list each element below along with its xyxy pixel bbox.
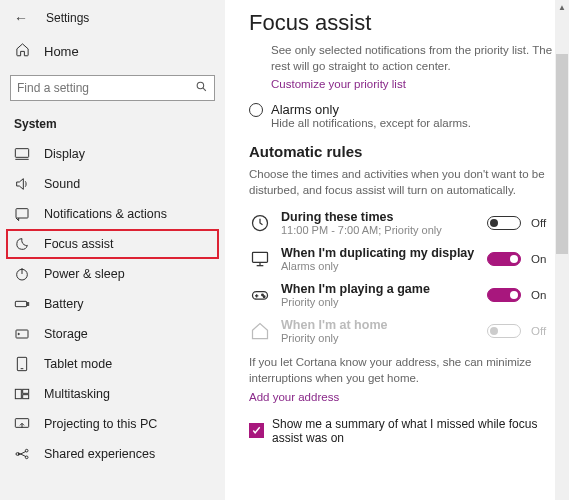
rule-sub: Alarms only [281,260,477,272]
svg-point-20 [25,456,28,459]
svg-point-0 [197,82,204,89]
svg-point-10 [18,333,19,334]
rule-sub: Priority only [281,296,477,308]
checkbox-icon [249,423,264,438]
monitor-icon [249,248,271,270]
sidebar-item-notifications[interactable]: Notifications & actions [0,199,225,229]
search-input[interactable] [17,81,195,95]
nav-label: Power & sleep [44,267,125,281]
sidebar-item-storage[interactable]: Storage [0,319,225,349]
nav-label: Sound [44,177,80,191]
add-address-link[interactable]: Add your address [249,391,339,403]
summary-checkbox-row[interactable]: Show me a summary of what I missed while… [249,417,553,445]
alarms-only-title: Alarms only [271,102,471,117]
rule-title: During these times [281,210,477,224]
nav-label: Display [44,147,85,161]
toggle-state: Off [531,217,553,229]
toggle-home [487,324,521,338]
toggle-times[interactable] [487,216,521,230]
rule-title: When I'm duplicating my display [281,246,477,260]
nav-label: Storage [44,327,88,341]
priority-desc: See only selected notifications from the… [271,42,553,74]
nav-label: Notifications & actions [44,207,167,221]
home-icon [14,42,30,61]
content-area: Focus assist See only selected notificat… [225,0,569,500]
home-rule-icon [249,320,271,342]
toggle-state: Off [531,325,553,337]
svg-rect-22 [253,253,268,263]
rule-home: When I'm at home Priority only Off [249,318,553,344]
shared-icon [14,446,30,462]
svg-point-19 [25,449,28,452]
sidebar-item-sound[interactable]: Sound [0,169,225,199]
rule-game[interactable]: When I'm playing a game Priority only On [249,282,553,308]
nav-label: Tablet mode [44,357,112,371]
rule-sub: 11:00 PM - 7:00 AM; Priority only [281,224,477,236]
storage-icon [14,326,30,342]
summary-label: Show me a summary of what I missed while… [272,417,553,445]
toggle-state: On [531,289,553,301]
svg-point-29 [263,296,265,298]
search-box[interactable] [10,75,215,101]
svg-rect-25 [253,292,268,300]
svg-line-1 [203,88,206,91]
nav-label: Multitasking [44,387,110,401]
sidebar-item-focus-assist[interactable]: Focus assist [6,229,219,259]
svg-rect-4 [16,209,28,218]
sidebar-item-projecting[interactable]: Projecting to this PC [0,409,225,439]
sidebar-item-power-sleep[interactable]: Power & sleep [0,259,225,289]
radio-icon [249,103,263,117]
sidebar-item-multitasking[interactable]: Multitasking [0,379,225,409]
battery-icon [14,296,30,312]
automatic-rules-desc: Choose the times and activities when you… [249,166,553,198]
sidebar-item-display[interactable]: Display [0,139,225,169]
toggle-duplicating[interactable] [487,252,521,266]
rule-sub: Priority only [281,332,477,344]
projecting-icon [14,416,30,432]
svg-rect-8 [27,303,28,306]
sidebar: ← Settings Home System Display Sound Not… [0,0,225,500]
game-icon [249,284,271,306]
svg-rect-7 [15,301,26,306]
nav-label: Projecting to this PC [44,417,157,431]
power-icon [14,266,30,282]
display-icon [14,146,30,162]
back-arrow-icon[interactable]: ← [14,10,28,26]
sound-icon [14,176,30,192]
toggle-game[interactable] [487,288,521,302]
svg-rect-2 [15,149,28,158]
customize-priority-link[interactable]: Customize your priority list [271,78,406,90]
scroll-thumb[interactable] [556,54,568,254]
scrollbar[interactable]: ▲ [555,0,569,500]
rule-during-times[interactable]: During these times 11:00 PM - 7:00 AM; P… [249,210,553,236]
automatic-rules-heading: Automatic rules [249,143,553,160]
home-label: Home [44,44,79,59]
clock-icon [249,212,271,234]
svg-rect-15 [23,395,29,399]
svg-point-18 [16,453,19,456]
svg-point-28 [262,295,264,297]
page-title: Focus assist [249,10,553,36]
nav-label: Focus assist [44,237,113,251]
alarms-only-option[interactable]: Alarms only Hide all notifications, exce… [249,102,553,129]
nav-label: Battery [44,297,84,311]
scroll-up-icon[interactable]: ▲ [558,0,566,14]
search-icon [195,80,208,96]
focus-assist-icon [14,236,30,252]
notifications-icon [14,206,30,222]
alarms-only-desc: Hide all notifications, except for alarm… [271,117,471,129]
section-system: System [0,111,225,139]
toggle-state: On [531,253,553,265]
rule-title: When I'm at home [281,318,477,332]
tablet-icon [14,356,30,372]
rule-duplicating[interactable]: When I'm duplicating my display Alarms o… [249,246,553,272]
home-nav[interactable]: Home [0,36,225,71]
settings-label: Settings [46,11,89,25]
sidebar-item-shared[interactable]: Shared experiences [0,439,225,469]
sidebar-item-tablet-mode[interactable]: Tablet mode [0,349,225,379]
nav-label: Shared experiences [44,447,155,461]
multitasking-icon [14,386,30,402]
sidebar-item-battery[interactable]: Battery [0,289,225,319]
svg-rect-14 [23,389,29,393]
rule-title: When I'm playing a game [281,282,477,296]
